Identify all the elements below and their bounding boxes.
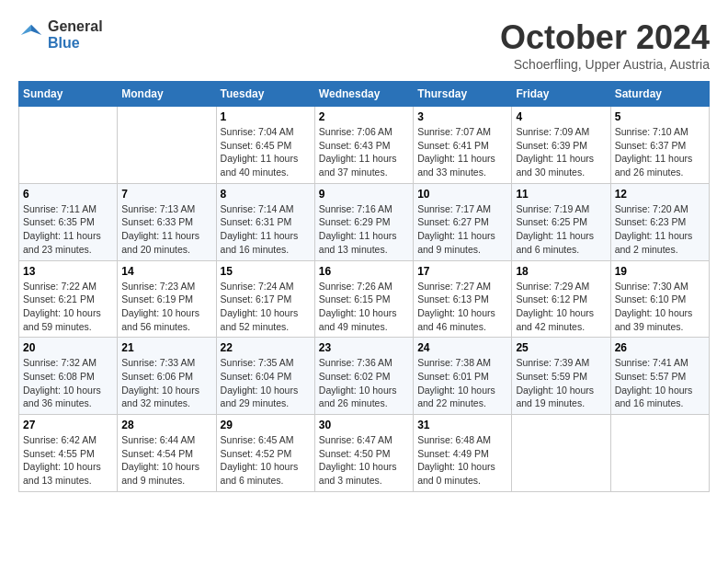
calendar-cell: 22Sunrise: 7:35 AMSunset: 6:04 PMDayligh… [216, 338, 314, 415]
calendar-cell [512, 415, 610, 492]
calendar-cell: 5Sunrise: 7:10 AMSunset: 6:37 PMDaylight… [610, 107, 709, 184]
day-info: Sunrise: 7:09 AMSunset: 6:39 PMDaylight:… [516, 125, 606, 179]
day-info: Sunrise: 7:26 AMSunset: 6:15 PMDaylight:… [319, 280, 409, 334]
calendar-cell: 18Sunrise: 7:29 AMSunset: 6:12 PMDayligh… [512, 260, 610, 338]
day-info: Sunrise: 7:33 AMSunset: 6:06 PMDaylight:… [121, 356, 211, 410]
calendar-cell: 21Sunrise: 7:33 AMSunset: 6:06 PMDayligh… [118, 338, 216, 415]
day-info: Sunrise: 7:29 AMSunset: 6:12 PMDaylight:… [516, 280, 606, 334]
day-info: Sunrise: 7:14 AMSunset: 6:31 PMDaylight:… [221, 202, 311, 257]
day-info: Sunrise: 7:39 AMSunset: 5:59 PMDaylight:… [516, 356, 606, 410]
month-title: October 2024 [500, 18, 710, 57]
calendar-cell: 2Sunrise: 7:06 AMSunset: 6:43 PMDaylight… [314, 107, 413, 184]
calendar-cell: 6Sunrise: 7:11 AMSunset: 6:35 PMDaylight… [19, 183, 118, 260]
calendar-header-tuesday: Tuesday [216, 82, 314, 107]
day-number: 27 [23, 419, 113, 431]
day-info: Sunrise: 7:32 AMSunset: 6:08 PMDaylight:… [23, 356, 113, 410]
day-number: 19 [615, 265, 705, 278]
day-number: 21 [121, 341, 211, 354]
day-number: 4 [516, 110, 606, 123]
logo: General Blue [18, 18, 103, 51]
day-number: 30 [319, 419, 409, 431]
calendar-cell [118, 107, 216, 184]
calendar-cell: 26Sunrise: 7:41 AMSunset: 5:57 PMDayligh… [610, 338, 709, 415]
logo-general: General [48, 18, 103, 35]
svg-marker-1 [21, 24, 31, 34]
calendar-cell: 13Sunrise: 7:22 AMSunset: 6:21 PMDayligh… [19, 260, 118, 338]
day-info: Sunrise: 7:16 AMSunset: 6:29 PMDaylight:… [319, 202, 409, 257]
calendar-header-saturday: Saturday [610, 82, 709, 107]
calendar-cell: 17Sunrise: 7:27 AMSunset: 6:13 PMDayligh… [414, 260, 512, 338]
calendar-cell: 25Sunrise: 7:39 AMSunset: 5:59 PMDayligh… [512, 338, 610, 415]
day-number: 6 [23, 188, 113, 201]
day-info: Sunrise: 7:22 AMSunset: 6:21 PMDaylight:… [23, 280, 113, 334]
day-info: Sunrise: 6:45 AMSunset: 4:52 PMDaylight:… [221, 433, 311, 488]
day-number: 22 [221, 341, 311, 354]
day-number: 8 [221, 188, 311, 201]
calendar-cell: 23Sunrise: 7:36 AMSunset: 6:02 PMDayligh… [314, 338, 413, 415]
day-number: 3 [417, 110, 507, 123]
day-info: Sunrise: 7:35 AMSunset: 6:04 PMDaylight:… [221, 356, 311, 410]
day-info: Sunrise: 6:44 AMSunset: 4:54 PMDaylight:… [121, 433, 211, 488]
day-number: 9 [319, 188, 409, 201]
calendar-week-3: 13Sunrise: 7:22 AMSunset: 6:21 PMDayligh… [19, 260, 710, 338]
day-info: Sunrise: 7:07 AMSunset: 6:41 PMDaylight:… [417, 125, 507, 179]
day-info: Sunrise: 7:30 AMSunset: 6:10 PMDaylight:… [615, 280, 705, 334]
day-number: 5 [615, 110, 705, 123]
day-number: 18 [516, 265, 606, 278]
day-info: Sunrise: 6:47 AMSunset: 4:50 PMDaylight:… [319, 433, 409, 488]
day-number: 11 [516, 188, 606, 201]
day-info: Sunrise: 7:04 AMSunset: 6:45 PMDaylight:… [221, 125, 311, 179]
calendar-cell: 8Sunrise: 7:14 AMSunset: 6:31 PMDaylight… [216, 183, 314, 260]
calendar-table: SundayMondayTuesdayWednesdayThursdayFrid… [18, 81, 710, 492]
calendar-header-monday: Monday [118, 82, 216, 107]
calendar-cell: 16Sunrise: 7:26 AMSunset: 6:15 PMDayligh… [314, 260, 413, 338]
calendar-cell [610, 415, 709, 492]
day-number: 26 [615, 341, 705, 354]
day-number: 12 [615, 188, 705, 201]
day-number: 29 [221, 419, 311, 431]
day-info: Sunrise: 7:23 AMSunset: 6:19 PMDaylight:… [121, 280, 211, 334]
calendar-cell: 10Sunrise: 7:17 AMSunset: 6:27 PMDayligh… [414, 183, 512, 260]
day-number: 15 [221, 265, 311, 278]
day-number: 7 [121, 188, 211, 201]
calendar-cell: 15Sunrise: 7:24 AMSunset: 6:17 PMDayligh… [216, 260, 314, 338]
day-info: Sunrise: 7:36 AMSunset: 6:02 PMDaylight:… [319, 356, 409, 410]
day-number: 1 [221, 110, 311, 123]
day-info: Sunrise: 6:42 AMSunset: 4:55 PMDaylight:… [23, 433, 113, 488]
calendar-cell: 30Sunrise: 6:47 AMSunset: 4:50 PMDayligh… [314, 415, 413, 492]
day-number: 20 [23, 341, 113, 354]
logo-icon [18, 22, 44, 48]
day-number: 24 [417, 341, 507, 354]
title-block: October 2024 Schoerfling, Upper Austria,… [500, 18, 710, 72]
calendar-week-1: 1Sunrise: 7:04 AMSunset: 6:45 PMDaylight… [19, 107, 710, 184]
day-info: Sunrise: 7:24 AMSunset: 6:17 PMDaylight:… [221, 280, 311, 334]
calendar-cell: 24Sunrise: 7:38 AMSunset: 6:01 PMDayligh… [414, 338, 512, 415]
calendar-header-sunday: Sunday [19, 82, 118, 107]
calendar-header-row: SundayMondayTuesdayWednesdayThursdayFrid… [19, 82, 710, 107]
day-number: 13 [23, 265, 113, 278]
calendar-cell: 12Sunrise: 7:20 AMSunset: 6:23 PMDayligh… [610, 183, 709, 260]
calendar-cell: 11Sunrise: 7:19 AMSunset: 6:25 PMDayligh… [512, 183, 610, 260]
location-subtitle: Schoerfling, Upper Austria, Austria [500, 57, 710, 72]
calendar-cell: 4Sunrise: 7:09 AMSunset: 6:39 PMDaylight… [512, 107, 610, 184]
calendar-cell: 14Sunrise: 7:23 AMSunset: 6:19 PMDayligh… [118, 260, 216, 338]
svg-marker-0 [31, 24, 41, 34]
calendar-week-5: 27Sunrise: 6:42 AMSunset: 4:55 PMDayligh… [19, 415, 710, 492]
day-info: Sunrise: 7:06 AMSunset: 6:43 PMDaylight:… [319, 125, 409, 179]
calendar-cell: 9Sunrise: 7:16 AMSunset: 6:29 PMDaylight… [314, 183, 413, 260]
calendar-cell: 29Sunrise: 6:45 AMSunset: 4:52 PMDayligh… [216, 415, 314, 492]
day-number: 31 [417, 419, 507, 431]
day-number: 28 [121, 419, 211, 431]
calendar-cell: 19Sunrise: 7:30 AMSunset: 6:10 PMDayligh… [610, 260, 709, 338]
calendar-cell [19, 107, 118, 184]
logo-text: General Blue [48, 18, 103, 51]
calendar-cell: 7Sunrise: 7:13 AMSunset: 6:33 PMDaylight… [118, 183, 216, 260]
day-number: 16 [319, 265, 409, 278]
calendar-week-4: 20Sunrise: 7:32 AMSunset: 6:08 PMDayligh… [19, 338, 710, 415]
day-info: Sunrise: 7:20 AMSunset: 6:23 PMDaylight:… [615, 202, 705, 257]
calendar-header-thursday: Thursday [414, 82, 512, 107]
day-info: Sunrise: 6:48 AMSunset: 4:49 PMDaylight:… [417, 433, 507, 488]
calendar-header-friday: Friday [512, 82, 610, 107]
day-number: 10 [417, 188, 507, 201]
logo-blue: Blue [48, 35, 103, 52]
